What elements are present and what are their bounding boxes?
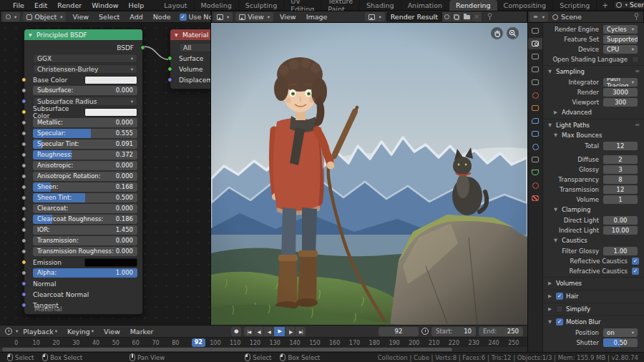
expand-closed-icon[interactable]: ▶ [554,109,559,115]
editor-type-button[interactable]: ▾ [2,12,20,21]
panel-header-hair[interactable]: ▶✓Hair [543,290,644,301]
prop-checkbox[interactable]: ✓ [632,268,639,275]
prop-value-field[interactable]: 12 [603,185,638,194]
panel-header-volumes[interactable]: ▶Volumes [543,277,644,288]
frame-start-field[interactable]: Start: 10 [431,327,476,336]
texture-icon[interactable] [528,192,542,204]
shader-menu-node[interactable]: Node [148,11,176,22]
gray-socket-icon[interactable] [21,217,26,222]
node-header[interactable]: ▼ Principled BSDF [24,29,142,40]
shader-menu-add[interactable]: Add [125,11,147,22]
frame-ruler[interactable]: 92 0102030405060708090100110120130140150… [0,337,527,347]
prop-checkbox[interactable]: ✓ [632,258,639,265]
subpanel-header-advanced[interactable]: ▶Advanced [543,107,644,117]
green-socket-icon[interactable] [140,45,145,50]
menu-edit[interactable]: Edit [29,0,52,11]
world-icon[interactable] [528,89,542,101]
pin-icon[interactable] [487,13,493,21]
node-slider[interactable]: Sheen Tint:0.500 [33,193,137,202]
expand-open-icon[interactable]: ▼ [548,69,553,74]
new-image-button[interactable] [452,12,462,21]
editor-type-button[interactable]: ▾ [213,12,233,21]
scene-selector[interactable]: ▾ Scene × [613,1,644,9]
node-slider[interactable]: Metallic:0.000 [33,118,137,127]
menu-render[interactable]: Render [52,0,87,11]
playhead-badge[interactable]: 92 [192,338,205,347]
subpanel-header-clamping[interactable]: ▼Clamping [543,205,644,215]
timeline-scrollbar[interactable] [0,347,527,352]
expand-closed-icon[interactable]: ▶ [548,280,553,286]
pan-view-button[interactable] [491,27,503,39]
node-header[interactable]: ▼ Material Out [170,29,211,40]
gray-socket-icon[interactable] [21,163,26,168]
display-mode-dropdown[interactable]: View ▾ [235,12,273,21]
color-swatch[interactable] [84,76,137,84]
gray-socket-icon[interactable] [21,120,26,125]
tab-scripting[interactable]: Scripting [553,0,597,11]
material-icon[interactable] [528,180,542,191]
jump-start-button[interactable]: |◀ [244,327,254,336]
view-layer-icon[interactable] [528,64,542,75]
node-slider[interactable]: Anisotropic:0.000 [33,161,137,170]
node-slider[interactable]: Anisotropic Rotation:0.000 [33,172,137,181]
timeline-editor-icon[interactable] [5,328,12,335]
object-data-icon[interactable] [528,167,542,178]
gray-socket-icon[interactable] [21,88,26,93]
checkbox-checked-icon[interactable]: ✓ [180,14,187,21]
subpanel-header-caustics[interactable]: ▼Caustics [543,235,644,245]
material-output-node[interactable]: ▼ Material Out All SurfaceVolumeDisplace… [170,29,211,89]
fake-user-button[interactable] [442,12,452,21]
color-swatch[interactable] [84,258,137,267]
gray-socket-icon[interactable] [21,238,26,243]
gray-socket-icon[interactable] [21,195,26,200]
play-reverse-button[interactable]: ◀ [264,327,274,336]
image-menu-view[interactable]: View [275,11,301,22]
shader-mode-dropdown[interactable]: Object ▾ [23,12,66,21]
tab-texture-paint[interactable]: Texture Paint [321,0,360,11]
node-slider[interactable]: IOR:1.450 [33,225,137,235]
jump-end-button[interactable]: ▶| [296,327,306,336]
output-target-dropdown[interactable]: All [179,43,211,52]
tab-animation[interactable]: Animation [401,0,449,11]
gray-socket-icon[interactable] [21,152,26,157]
yellow-socket-icon[interactable] [21,77,26,82]
scene-icon[interactable] [528,77,542,88]
menu-window[interactable]: Window [87,0,123,11]
presets-icon[interactable]: ≡ [635,68,640,74]
expand-open-icon[interactable]: ▼ [548,122,553,128]
node-slider[interactable]: Clearcoat Roughness:0.186 [33,215,137,224]
green-socket-icon[interactable] [167,67,172,72]
prop-value-field[interactable]: 10.00 [603,226,638,235]
purple-socket-icon[interactable] [21,99,26,104]
yellow-socket-icon[interactable] [21,260,26,265]
play-button[interactable]: ▶ [274,327,286,336]
collapse-icon[interactable]: ▼ [29,32,34,37]
purple-socket-icon[interactable] [21,303,26,308]
color-swatch[interactable] [84,108,137,117]
panel-header-motion-blur[interactable]: ▼✓Motion Blur [543,315,644,327]
frame-end-field[interactable]: End: 250 [479,327,523,336]
prev-keyframe-button[interactable]: ◀| [254,327,264,336]
tab-layout[interactable]: Layout [157,0,194,11]
prop-value-field[interactable]: 1 [603,195,638,204]
record-button[interactable]: ● [231,327,241,336]
prop-dropdown[interactable]: Path Tracing▾ [603,78,638,87]
prop-checkbox[interactable] [632,56,639,63]
purple-socket-icon[interactable] [21,292,26,297]
menu-file[interactable]: File [8,0,29,11]
node-slider[interactable]: Roughness:0.372 [33,150,137,160]
unlink-image-button[interactable]: × [472,12,482,21]
scrollbar-handle[interactable] [2,348,452,351]
prop-dropdown[interactable]: Center on Frame▾ [603,328,638,337]
green-socket-icon[interactable] [167,56,172,61]
node-dropdown[interactable]: Christensen-Burley▾ [33,64,137,74]
render-result-view[interactable] [211,23,527,325]
menu-help[interactable]: Help [124,0,150,11]
image-menu-image[interactable]: Image [301,11,333,22]
panel-header-sampling[interactable]: ▼Sampling≡ [543,65,644,77]
shader-menu-select[interactable]: Select [94,11,125,22]
output-icon[interactable] [528,51,542,62]
current-frame-field[interactable]: 92 [379,327,419,336]
node-slider[interactable]: Alpha:1.000 [33,268,137,278]
modifiers-icon[interactable] [528,115,542,127]
